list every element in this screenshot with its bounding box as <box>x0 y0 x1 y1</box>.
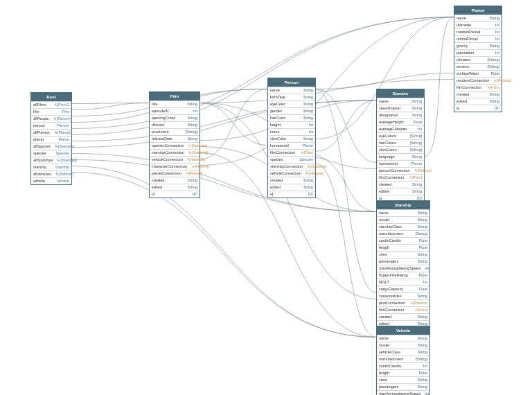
field-row[interactable]: editedString <box>268 184 315 191</box>
field-row[interactable]: directorString <box>150 121 200 128</box>
field-row[interactable]: orbitalPeriodInt <box>454 35 502 42</box>
field-row[interactable]: vehicleClassString <box>377 349 429 356</box>
field-row[interactable]: eyeColors[String] <box>377 132 424 139</box>
field-row[interactable]: allVehicles↳[Vehicle] <box>31 170 71 177</box>
field-row[interactable]: populationInt <box>454 49 502 56</box>
field-row[interactable]: speciesConnection↳[Species] <box>150 142 200 149</box>
field-row[interactable]: editedString <box>377 188 424 195</box>
field-row[interactable]: starshipConnection↳[Starship] <box>150 149 200 156</box>
field-row[interactable]: createdString <box>150 177 200 184</box>
field-row[interactable]: filmConnection↳[Film] <box>268 149 315 156</box>
field-row[interactable]: speciesSpecies <box>31 150 71 157</box>
field-row[interactable]: vehicleConnection↳[Vehicle] <box>150 156 200 163</box>
entity-person[interactable]: PersonnameStringbirthYearStringeyeColorS… <box>267 78 316 198</box>
field-row[interactable]: modelString <box>377 216 429 223</box>
field-row[interactable]: modelString <box>377 342 429 349</box>
field-row[interactable]: allStarships↳[Starship] <box>31 157 71 164</box>
field-row[interactable]: MGLTInt <box>377 279 429 286</box>
field-row[interactable]: hairColorString <box>268 114 315 121</box>
field-row[interactable]: createdString <box>377 181 424 188</box>
field-row[interactable]: createdString <box>377 313 429 320</box>
field-row[interactable]: speciesSpecies <box>268 156 315 163</box>
field-row[interactable]: filmConnection↳[Film] <box>377 174 424 181</box>
field-row[interactable]: episodeIDInt <box>150 107 200 114</box>
field-row[interactable]: manufacturers[String] <box>377 230 429 237</box>
field-row[interactable]: heightInt <box>268 121 315 128</box>
entity-planet[interactable]: PlanetnameStringdiameterIntrotationPerio… <box>454 6 502 112</box>
field-row[interactable]: nameString <box>454 15 502 21</box>
field-row[interactable]: birthYearString <box>268 94 315 100</box>
field-row[interactable]: nameString <box>268 87 315 94</box>
field-row[interactable]: personConnection↳[Person] <box>377 167 424 174</box>
field-row[interactable]: lengthFloat <box>377 244 429 251</box>
field-row[interactable]: nameString <box>377 98 424 105</box>
field-row[interactable]: gravityString <box>454 42 502 49</box>
field-row[interactable]: climates[String] <box>454 56 502 63</box>
field-row[interactable]: rotationPeriodInt <box>454 28 502 35</box>
entity-film[interactable]: FilmtitleStringepisodeIDIntopeningCrawlS… <box>149 91 200 198</box>
field-row[interactable]: planetPlanet <box>31 136 71 143</box>
field-row[interactable]: idID! <box>268 191 315 198</box>
field-row[interactable]: costInCreditsInt <box>377 362 429 369</box>
field-row[interactable]: homeworldPlanet <box>377 160 424 167</box>
field-row[interactable]: starshipClassString <box>377 223 429 230</box>
field-row[interactable]: planetConnection↳[Planet] <box>150 170 200 177</box>
field-row[interactable]: allPlanets↳[Planet] <box>31 129 71 136</box>
field-row[interactable]: filmFilm <box>31 108 71 115</box>
field-row[interactable]: allSpecies↳[Species] <box>31 143 71 150</box>
field-row[interactable]: averageHeightFloat <box>377 119 424 125</box>
field-row[interactable]: passengersString <box>377 258 429 265</box>
field-row[interactable]: consumablesString <box>377 292 429 299</box>
field-row[interactable]: idID! <box>454 105 502 112</box>
field-row[interactable]: averageLifespanInt <box>377 125 424 132</box>
field-row[interactable]: starshipConnection↳[Starship] <box>268 163 315 170</box>
field-row[interactable]: filmConnection↳[Film] <box>377 306 429 313</box>
field-row[interactable]: createdString <box>454 91 502 98</box>
field-row[interactable]: skinColors[String] <box>377 146 424 153</box>
field-row[interactable]: terrains[String] <box>454 63 502 70</box>
field-row[interactable]: allPeople↳[Person] <box>31 115 71 122</box>
field-row[interactable]: personPerson <box>31 122 71 129</box>
field-row[interactable]: starshipStarship <box>31 164 71 170</box>
field-row[interactable]: allFilms↳[FilmC] <box>31 101 71 108</box>
field-row[interactable]: filmConnection↳[Film] <box>454 84 502 91</box>
field-row[interactable]: homeworldPlanet <box>268 142 315 149</box>
field-row[interactable]: hyperdriveRatingFloat <box>377 272 429 279</box>
field-row[interactable]: maxAtmospheringSpeedInt <box>377 390 429 395</box>
entity-species[interactable]: SpeciesnameStringclassificationStringdes… <box>376 89 425 202</box>
field-row[interactable]: costInCreditsFloat <box>377 237 429 244</box>
entity-starship[interactable]: StarshipnameStringmodelStringstarshipCla… <box>376 200 430 335</box>
field-row[interactable]: characterConnection↳[Person] <box>150 163 200 170</box>
field-row[interactable]: nameString <box>377 209 429 216</box>
field-row[interactable]: diameterInt <box>454 21 502 28</box>
field-row[interactable]: surfaceWaterFloat <box>454 70 502 77</box>
entity-vehicle[interactable]: VehiclenameStringmodelStringvehicleClass… <box>376 326 430 395</box>
field-row[interactable]: languageString <box>377 153 424 160</box>
field-row[interactable]: editedString <box>150 184 200 191</box>
field-row[interactable]: vehicleVehicle <box>31 177 71 184</box>
field-row[interactable]: idID! <box>150 191 200 198</box>
field-row[interactable]: releaseDateString <box>150 135 200 142</box>
field-row[interactable]: genderString <box>268 107 315 114</box>
field-row[interactable]: producers[String] <box>150 128 200 135</box>
field-row[interactable]: eyeColorString <box>268 100 315 107</box>
field-row[interactable]: vehicleConnection↳[Vehicle] <box>268 170 315 177</box>
field-row[interactable]: editedString <box>454 98 502 105</box>
field-row[interactable]: residentConnection↳[Person] <box>454 77 502 84</box>
field-row[interactable]: massInt <box>268 128 315 135</box>
entity-root[interactable]: RootallFilms↳[FilmC]filmFilmallPeople↳[P… <box>30 92 72 185</box>
field-row[interactable]: nameString <box>377 335 429 342</box>
field-row[interactable]: pilotConnection↳[Person] <box>377 299 429 306</box>
field-row[interactable]: crewString <box>377 251 429 258</box>
field-row[interactable]: designationString <box>377 112 424 119</box>
field-row[interactable]: passengersString <box>377 383 429 390</box>
field-row[interactable]: cargoCapacityFloat <box>377 286 429 292</box>
field-row[interactable]: openingCrawlString <box>150 114 200 121</box>
field-row[interactable]: skinColorString <box>268 135 315 142</box>
field-row[interactable]: createdString <box>268 177 315 184</box>
field-row[interactable]: maxAtmospheringSpeedInt <box>377 265 429 272</box>
field-row[interactable]: lengthFloat <box>377 369 429 376</box>
field-row[interactable]: classificationString <box>377 105 424 112</box>
field-row[interactable]: titleString <box>150 100 200 107</box>
field-row[interactable]: manufacturers[String] <box>377 356 429 362</box>
